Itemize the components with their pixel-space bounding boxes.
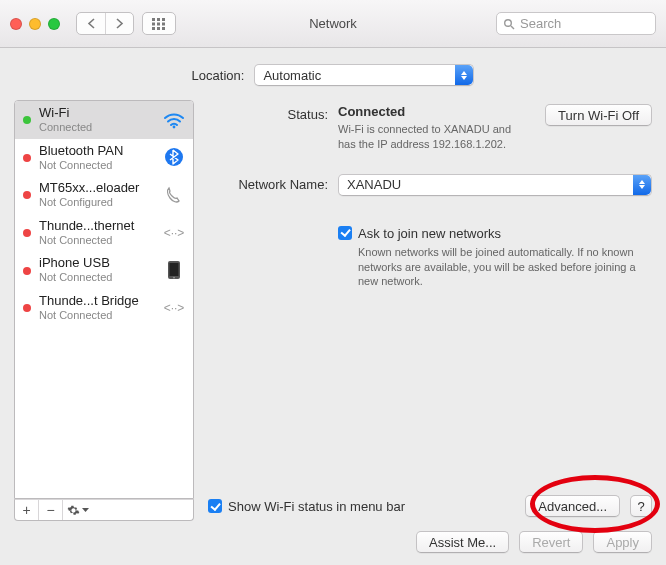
sidebar-item-label: Bluetooth PAN <box>39 144 155 159</box>
menubar-row: Show Wi-Fi status in menu bar Advanced..… <box>208 489 652 521</box>
sidebar-item-status: Not Connected <box>39 234 155 247</box>
status-value: Connected <box>338 104 531 119</box>
svg-rect-1 <box>157 18 160 21</box>
turn-wifi-off-button[interactable]: Turn Wi-Fi Off <box>545 104 652 126</box>
chevron-up-down-icon <box>633 175 651 195</box>
sidebar-item-label: Thunde...t Bridge <box>39 294 155 309</box>
sidebar-item-status: Not Connected <box>39 159 155 172</box>
status-dot-icon <box>23 191 31 199</box>
minimize-window-button[interactable] <box>29 18 41 30</box>
sidebar-item-status: Not Connected <box>39 309 155 322</box>
sidebar-item-status: Connected <box>39 121 155 134</box>
show-all-button[interactable] <box>142 12 176 35</box>
search-field[interactable]: Search <box>496 12 656 35</box>
svg-point-16 <box>173 277 175 279</box>
sidebar-item-wifi[interactable]: Wi-Fi Connected <box>15 101 193 139</box>
ask-join-subtext: Known networks will be joined automatica… <box>358 245 652 290</box>
network-name-row: Network Name: XANADU <box>208 170 652 200</box>
phone-handset-icon <box>163 184 185 206</box>
sidebar-item-status: Not Configured <box>39 196 155 209</box>
assist-me-button[interactable]: Assist Me... <box>416 531 509 553</box>
close-window-button[interactable] <box>10 18 22 30</box>
search-icon <box>503 18 515 30</box>
network-name-label: Network Name: <box>208 174 338 192</box>
svg-rect-8 <box>162 27 165 30</box>
footer-buttons: Assist Me... Revert Apply <box>14 521 652 553</box>
ask-join-row: Ask to join new networks Known networks … <box>208 222 652 294</box>
svg-text:<··>: <··> <box>164 226 184 240</box>
sidebar-item-thunderbolt-ethernet[interactable]: Thunde...thernet Not Connected <··> <box>15 214 193 252</box>
main-split: Wi-Fi Connected Bluetooth PAN Not Connec… <box>14 100 652 521</box>
location-value: Automatic <box>263 68 321 83</box>
sidebar: Wi-Fi Connected Bluetooth PAN Not Connec… <box>14 100 194 521</box>
revert-button[interactable]: Revert <box>519 531 583 553</box>
sidebar-item-status: Not Connected <box>39 271 155 284</box>
checkbox-checked-icon <box>338 226 352 240</box>
ethernet-icon: <··> <box>163 222 185 244</box>
forward-button[interactable] <box>105 13 133 34</box>
svg-rect-4 <box>157 22 160 25</box>
network-name-value: XANADU <box>347 177 401 192</box>
status-dot-icon <box>23 267 31 275</box>
svg-rect-3 <box>152 22 155 25</box>
status-dot-icon <box>23 116 31 124</box>
status-label: Status: <box>208 104 338 122</box>
status-row: Status: Connected Wi-Fi is connected to … <box>208 100 652 156</box>
sidebar-item-label: iPhone USB <box>39 256 155 271</box>
sidebar-item-label: Thunde...thernet <box>39 219 155 234</box>
ask-join-label: Ask to join new networks <box>358 226 501 241</box>
back-button[interactable] <box>77 13 105 34</box>
zoom-window-button[interactable] <box>48 18 60 30</box>
location-select[interactable]: Automatic <box>254 64 474 86</box>
sidebar-toolbar: + − <box>14 499 194 521</box>
status-dot-icon <box>23 154 31 162</box>
svg-text:<··>: <··> <box>164 301 184 315</box>
advanced-button[interactable]: Advanced... <box>525 495 620 517</box>
wifi-icon <box>163 109 185 131</box>
detail-pane: Status: Connected Wi-Fi is connected to … <box>208 100 652 521</box>
sidebar-item-mt65xx[interactable]: MT65xx...eloader Not Configured <box>15 176 193 214</box>
show-menubar-label: Show Wi-Fi status in menu bar <box>228 499 405 514</box>
service-actions-menu[interactable] <box>63 500 193 520</box>
bluetooth-icon <box>163 146 185 168</box>
svg-point-9 <box>505 19 512 26</box>
sidebar-item-bluetooth-pan[interactable]: Bluetooth PAN Not Connected <box>15 139 193 177</box>
status-dot-icon <box>23 304 31 312</box>
add-service-button[interactable]: + <box>15 500 39 520</box>
status-subtext: Wi-Fi is connected to XANADU and has the… <box>338 122 531 152</box>
window-controls <box>10 18 60 30</box>
titlebar: Network Search <box>0 0 666 48</box>
svg-rect-0 <box>152 18 155 21</box>
svg-rect-15 <box>170 263 179 276</box>
location-label: Location: <box>192 68 245 83</box>
content-area: Location: Automatic Wi-Fi Connected <box>0 48 666 565</box>
sidebar-item-label: Wi-Fi <box>39 106 155 121</box>
checkbox-checked-icon <box>208 499 222 513</box>
remove-service-button[interactable]: − <box>39 500 63 520</box>
nav-back-forward <box>76 12 134 35</box>
sidebar-item-thunderbolt-bridge[interactable]: Thunde...t Bridge Not Connected <··> <box>15 289 193 327</box>
help-button[interactable]: ? <box>630 495 652 517</box>
network-name-select[interactable]: XANADU <box>338 174 652 196</box>
chevron-up-down-icon <box>455 65 473 85</box>
svg-line-10 <box>511 26 514 29</box>
chevron-down-icon <box>82 508 89 513</box>
svg-point-11 <box>173 125 176 128</box>
svg-rect-2 <box>162 18 165 21</box>
location-row: Location: Automatic <box>14 58 652 100</box>
search-placeholder: Search <box>520 16 561 31</box>
apply-button[interactable]: Apply <box>593 531 652 553</box>
ask-join-checkbox[interactable]: Ask to join new networks <box>338 226 652 241</box>
show-menubar-checkbox[interactable]: Show Wi-Fi status in menu bar <box>208 499 405 514</box>
svg-rect-5 <box>162 22 165 25</box>
gear-icon <box>67 504 80 517</box>
service-list: Wi-Fi Connected Bluetooth PAN Not Connec… <box>14 100 194 499</box>
svg-rect-7 <box>157 27 160 30</box>
thunderbolt-icon: <··> <box>163 297 185 319</box>
svg-rect-6 <box>152 27 155 30</box>
status-dot-icon <box>23 229 31 237</box>
sidebar-item-label: MT65xx...eloader <box>39 181 155 196</box>
iphone-icon <box>163 259 185 281</box>
sidebar-item-iphone-usb[interactable]: iPhone USB Not Connected <box>15 251 193 289</box>
